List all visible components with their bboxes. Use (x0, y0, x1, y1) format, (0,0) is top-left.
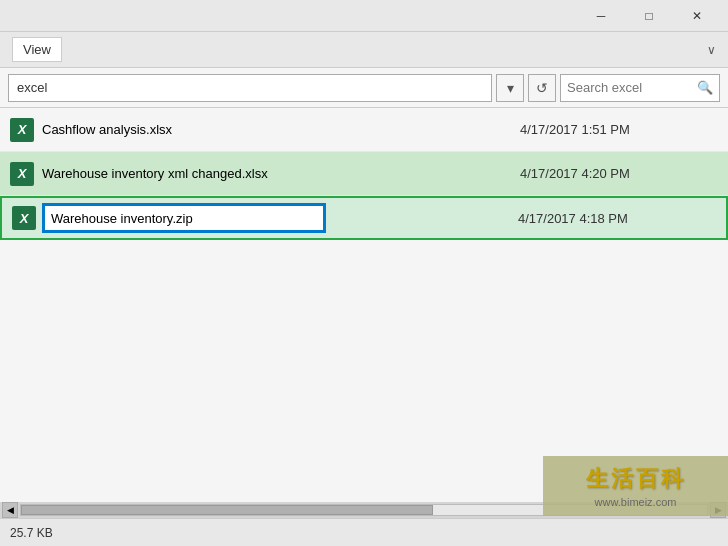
window-controls: ─ □ ✕ (578, 1, 720, 31)
view-menu[interactable]: View (12, 37, 62, 62)
file-rename-input[interactable] (44, 205, 324, 231)
chevron-icon: ∨ (707, 43, 716, 57)
status-size: 25.7 KB (10, 526, 53, 540)
menu-chevron: ∨ (707, 43, 716, 57)
file-name-area: Warehouse inventory xml changed.xlsx (42, 166, 520, 181)
watermark-line1: 生活百科 (586, 464, 686, 494)
refresh-button[interactable]: ↺ (528, 74, 556, 102)
scroll-left-button[interactable]: ◀ (2, 502, 18, 518)
title-bar: ─ □ ✕ (0, 0, 728, 32)
table-row[interactable]: 4/17/2017 4:18 PM (0, 196, 728, 240)
watermark: 生活百科 www.bimeiz.com (543, 456, 728, 516)
file-name-area: Cashflow analysis.xlsx (42, 122, 520, 137)
file-date: 4/17/2017 4:18 PM (518, 211, 718, 226)
file-name: Warehouse inventory xml changed.xlsx (42, 166, 268, 181)
file-date: 4/17/2017 4:20 PM (520, 166, 720, 181)
close-button[interactable]: ✕ (674, 1, 720, 31)
excel-icon (12, 206, 36, 230)
search-box: 🔍 (560, 74, 720, 102)
search-input[interactable] (567, 80, 693, 95)
status-bar: 25.7 KB (0, 518, 728, 546)
scroll-thumb[interactable] (21, 505, 433, 515)
search-icon: 🔍 (697, 80, 713, 95)
file-date: 4/17/2017 1:51 PM (520, 122, 720, 137)
excel-icon (10, 118, 34, 142)
table-row[interactable]: Warehouse inventory xml changed.xlsx 4/1… (0, 152, 728, 196)
table-row[interactable]: Cashflow analysis.xlsx 4/17/2017 1:51 PM (0, 108, 728, 152)
maximize-button[interactable]: □ (626, 1, 672, 31)
address-input[interactable] (8, 74, 492, 102)
file-list: Cashflow analysis.xlsx 4/17/2017 1:51 PM… (0, 108, 728, 502)
dropdown-button[interactable]: ▾ (496, 74, 524, 102)
address-bar: ▾ ↺ 🔍 (0, 68, 728, 108)
watermark-line2: www.bimeiz.com (595, 496, 677, 508)
file-icon (10, 204, 38, 232)
minimize-button[interactable]: ─ (578, 1, 624, 31)
excel-icon (10, 162, 34, 186)
file-name-area (44, 205, 518, 231)
file-name: Cashflow analysis.xlsx (42, 122, 172, 137)
file-icon (8, 160, 36, 188)
menu-bar: View ∨ (0, 32, 728, 68)
file-icon (8, 116, 36, 144)
